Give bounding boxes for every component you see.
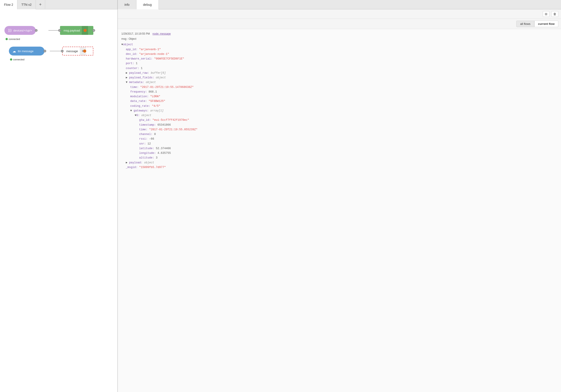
expand-root[interactable]: ▼: [121, 42, 123, 47]
expand-gateways[interactable]: ▼: [130, 109, 132, 113]
mqtt-icon: ))): [8, 28, 11, 32]
tab-info[interactable]: info: [118, 0, 137, 9]
filter-icon: ⊞: [545, 12, 548, 16]
node-devices-label: devices/+/up/+: [13, 29, 32, 32]
node-message-label: message: [66, 50, 78, 53]
tab-ttn[interactable]: TTN v2: [17, 0, 36, 9]
expand-payload[interactable]: ▶: [126, 160, 128, 165]
node-message-status: [83, 50, 86, 53]
connected-dot-2: [10, 58, 12, 61]
all-flows-button[interactable]: all flows: [516, 21, 534, 27]
debug-panel: ⊞ 🗑 all flows current flow 1/29/2017, 10…: [118, 9, 561, 392]
node-msgpayload[interactable]: msg.payload: [60, 26, 93, 35]
filter-buttons-bar: all flows current flow: [118, 19, 561, 29]
current-flow-button[interactable]: current flow: [534, 21, 558, 27]
debug-toolbar: ⊞ 🗑: [118, 9, 561, 19]
json-metadata: time: "2017-01-29T21:19:55.147868638Z" f…: [126, 85, 557, 160]
json-tree: ▼ object app_id: "arjanvanb-1" dev_id: "…: [121, 42, 557, 170]
expand-payload-fields[interactable]: ▶: [126, 75, 128, 80]
tab-ttn-label: TTN v2: [21, 3, 32, 6]
wire-row1: [0, 9, 117, 392]
node-devices[interactable]: ))) devices/+/up/+: [4, 26, 36, 35]
node-msgpayload-port-left: [58, 29, 61, 32]
debug-content: 1/29/2017, 10:19:55 PM node: message msg…: [118, 29, 561, 392]
clear-button[interactable]: 🗑: [551, 11, 558, 17]
node-msgpayload-label: msg.payload: [64, 29, 80, 32]
tab-flow2[interactable]: Flow 2: [0, 0, 17, 9]
node-ttn-port-right: [43, 50, 46, 52]
cloud-icon: ☁: [12, 49, 16, 53]
tab-debug[interactable]: debug: [137, 0, 159, 9]
node-msgpayload-port-right: [92, 29, 95, 32]
tab-flow2-label: Flow 2: [4, 3, 13, 6]
wire-row2: [0, 9, 117, 392]
debug-node-link[interactable]: node: message: [152, 32, 171, 36]
filter-buttons: all flows current flow: [516, 21, 558, 27]
connected-dot-1: [6, 38, 8, 40]
node-devices-port-right: [35, 29, 38, 32]
node-ttn-label: ttn message: [18, 50, 33, 53]
debug-timestamp: 1/29/2017, 10:19:55 PM: [121, 32, 150, 36]
expand-metadata[interactable]: ▼: [126, 80, 128, 85]
filter-button[interactable]: ⊞: [543, 11, 550, 17]
connected-label-2: connected: [10, 58, 24, 61]
expand-gateway-0[interactable]: ▼: [135, 113, 137, 118]
json-gateways: ▼0: object gtw_id: "eui-5ccf7ff42f1970ec…: [130, 113, 557, 160]
json-object-root: ▼ object: [121, 42, 557, 47]
json-fields: app_id: "arjanvanb-1" dev_id: "arjanvanb…: [121, 47, 557, 170]
tab-add-button[interactable]: +: [36, 0, 45, 9]
node-msgpayload-status: [84, 29, 87, 32]
trash-icon: 🗑: [553, 12, 556, 16]
tab-info-label: info: [124, 3, 129, 6]
debug-msg-type: msg : Object: [121, 37, 557, 41]
node-message[interactable]: message ≡: [62, 47, 93, 55]
expand-payload-raw[interactable]: ▶: [126, 71, 128, 75]
debug-entry-header: 1/29/2017, 10:19:55 PM node: message: [121, 32, 557, 36]
flow-canvas: ))) devices/+/up/+ msg.payload connected: [0, 9, 118, 392]
tab-debug-label: debug: [143, 3, 152, 6]
node-ttn[interactable]: ☁ ttn message: [9, 47, 44, 55]
connected-label-1: connected: [6, 38, 20, 41]
node-message-port-left: [61, 50, 64, 52]
json-gateway-0: gtw_id: "eui-5ccf7ff42f1970ec" timestamp…: [135, 118, 557, 160]
